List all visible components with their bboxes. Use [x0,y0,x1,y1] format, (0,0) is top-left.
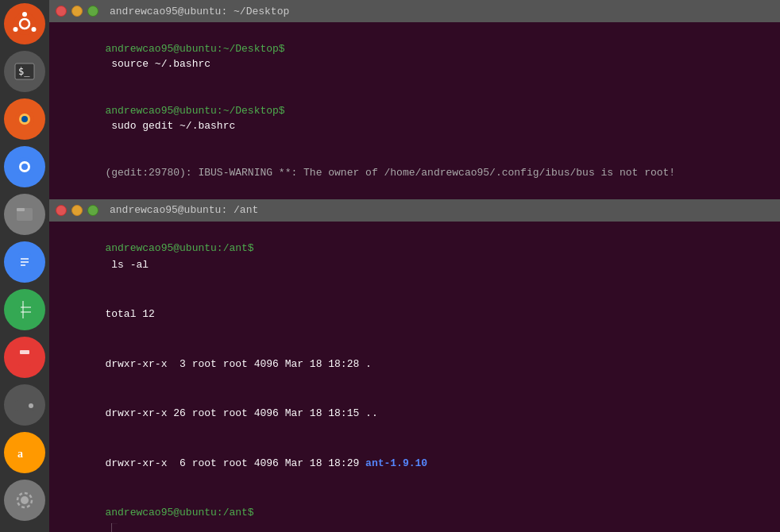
svg-point-26 [29,403,33,408]
terminal-bottom-title: andrewcao95@ubuntu: /ant [110,204,258,216]
close-button[interactable] [56,6,67,17]
terminal-top: andrewcao95@ubuntu: ~/Desktop andrewcao9… [49,0,780,199]
calc-icon[interactable] [4,337,45,378]
svg-point-4 [32,27,37,32]
sheets-icon[interactable] [4,289,45,330]
term2-line-2: total 12 [56,291,774,340]
drive-icon[interactable] [4,384,45,426]
term2-line-3: drwxr-xr-x 3 root root 4096 Mar 18 18:28… [56,340,774,389]
svg-rect-24 [20,350,29,354]
dir-3-highlight: ant-1.9.10 [365,457,427,469]
terminal2-maximize-button[interactable] [87,205,98,216]
dir-1: drwxr-xr-x 3 root root 4096 Mar 18 18:28… [105,358,371,370]
main-content: andrewcao95@ubuntu: ~/Desktop andrewcao9… [49,0,780,532]
term2-line-6: andrewcao95@ubuntu:/ant$ █ [56,488,774,532]
terminal-line-1: andrewcao95@ubuntu:~/Desktop$ source ~/.… [56,25,774,87]
svg-point-12 [21,164,28,170]
svg-rect-19 [18,301,31,318]
maximize-button[interactable] [87,6,98,17]
terminal-line-3: (gedit:29780): IBUS-WARNING **: The owne… [56,149,774,196]
chrome-icon[interactable] [4,146,45,187]
docs-icon[interactable] [4,241,45,283]
prompt-b1: andrewcao95@ubuntu:/ant$ [105,242,253,254]
term2-line-4: drwxr-xr-x 26 root root 4096 Mar 18 18:1… [56,389,774,438]
sidebar: $_ [0,0,49,532]
minimize-button[interactable] [71,6,83,17]
prompt-b2: andrewcao95@ubuntu:/ant$ [105,507,253,519]
terminal-bottom: andrewcao95@ubuntu: /ant andrewcao95@ubu… [49,199,780,533]
cmd-1: source ~/.bashrc [105,58,210,70]
cmd-2: sudo gedit ~/.bashrc [105,120,235,132]
terminal-bottom-titlebar: andrewcao95@ubuntu: /ant [49,199,780,222]
svg-point-29 [21,496,29,504]
terminal-top-title: andrewcao95@ubuntu: ~/Desktop [110,6,289,17]
terminal-icon[interactable]: $_ [4,51,45,92]
svg-text:$_: $_ [18,66,30,77]
dir-2: drwxr-xr-x 26 root root 4096 Mar 18 18:1… [105,407,377,419]
cursor: █ [105,523,118,532]
prompt-1: andrewcao95@ubuntu:~/Desktop$ [105,43,284,55]
amazon-icon[interactable]: a [4,432,45,473]
svg-point-3 [14,27,18,32]
term2-line-5: drwxr-xr-x 6 root root 4096 Mar 18 18:29… [56,439,774,488]
prompt-2: andrewcao95@ubuntu:~/Desktop$ [105,105,284,117]
term2-line-1: andrewcao95@ubuntu:/ant$ ls -al [56,225,774,291]
svg-point-9 [21,116,28,122]
terminal-line-2: andrewcao95@ubuntu:~/Desktop$ sudo gedit… [56,87,774,149]
terminal-top-body: andrewcao95@ubuntu:~/Desktop$ source ~/.… [49,22,780,199]
terminal2-minimize-button[interactable] [71,205,83,216]
warning-output: (gedit:29780): IBUS-WARNING **: The owne… [105,167,675,179]
dir-3-base: drwxr-xr-x 6 root root 4096 Mar 18 18:29 [105,457,365,469]
terminal2-close-button[interactable] [56,205,67,216]
terminal-bottom-body: andrewcao95@ubuntu:/ant$ ls -al total 12… [49,222,780,533]
svg-text:a: a [17,448,23,460]
total-output: total 12 [105,308,154,320]
settings-icon[interactable] [4,480,45,521]
cmd-b1: ls -al [105,259,149,271]
firefox-icon[interactable] [4,98,45,140]
ubuntu-icon[interactable] [4,3,45,44]
svg-rect-14 [17,208,25,211]
files-icon[interactable] [4,194,45,235]
terminal-top-titlebar: andrewcao95@ubuntu: ~/Desktop [49,0,780,22]
svg-point-2 [22,12,27,17]
